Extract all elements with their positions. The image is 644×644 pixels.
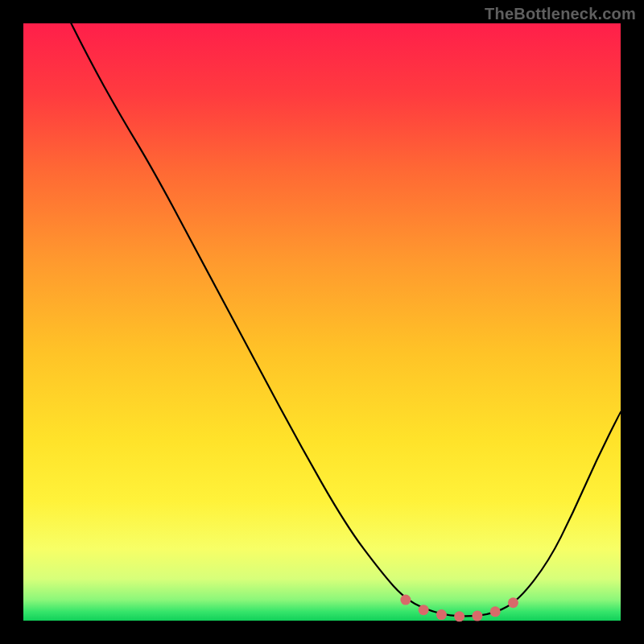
plot-background <box>23 23 621 621</box>
watermark-text: TheBottleneck.com <box>485 5 636 23</box>
optimal-dot <box>472 611 482 621</box>
optimal-dot <box>454 611 464 621</box>
optimal-dot <box>508 597 518 608</box>
optimal-dot <box>400 595 411 605</box>
bottleneck-chart-svg <box>0 0 644 644</box>
chart-root: { "watermark": "TheBottleneck.com", "cha… <box>0 0 644 644</box>
optimal-dot <box>436 609 447 620</box>
optimal-dot <box>490 606 501 617</box>
optimal-dot <box>419 605 429 615</box>
